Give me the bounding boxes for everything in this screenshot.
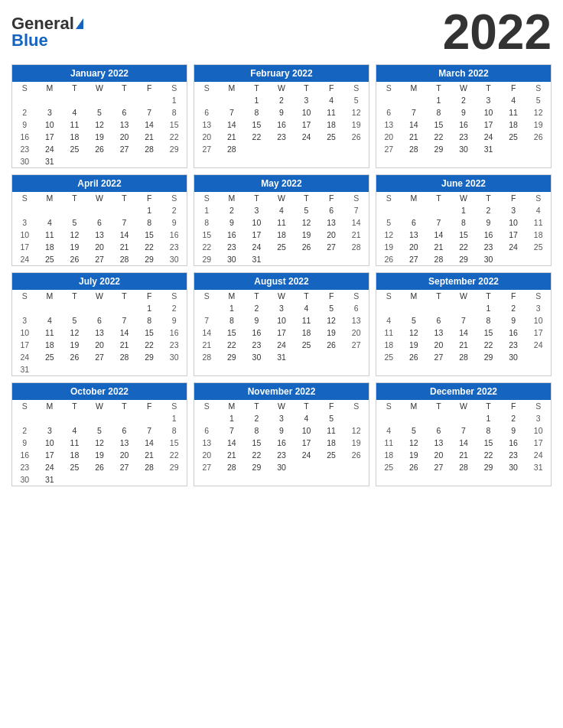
- day-header: F: [319, 82, 344, 94]
- day-cell: 9: [161, 314, 187, 327]
- day-header: T: [244, 192, 269, 204]
- day-cell: 20: [194, 131, 220, 143]
- day-cell: [194, 302, 220, 314]
- day-header: F: [501, 82, 526, 94]
- day-cell: 16: [269, 119, 295, 131]
- day-cell: [87, 204, 112, 216]
- logo-blue-text: Blue: [11, 32, 48, 49]
- day-header: S: [376, 290, 402, 302]
- day-cell: 25: [269, 241, 295, 253]
- day-header: M: [220, 192, 245, 204]
- month-table: SMTWTFS123456789101112131415161718192021…: [194, 400, 369, 473]
- day-cell: 26: [343, 449, 369, 461]
- day-cell: 18: [526, 229, 551, 241]
- day-cell: 19: [294, 229, 319, 241]
- month-header: August 2022: [194, 273, 369, 290]
- day-cell: 3: [244, 204, 269, 216]
- day-cell: 28: [194, 351, 220, 363]
- day-header: S: [12, 290, 37, 302]
- day-cell: [526, 351, 551, 363]
- month-header: November 2022: [194, 383, 369, 400]
- day-cell: 5: [62, 314, 87, 327]
- day-cell: 24: [526, 339, 551, 351]
- day-cell: [426, 412, 451, 424]
- day-cell: 11: [62, 119, 87, 131]
- day-cell: 21: [402, 131, 427, 143]
- day-header: S: [194, 290, 220, 302]
- day-cell: 26: [87, 461, 112, 473]
- day-cell: [220, 94, 245, 106]
- day-header: S: [161, 192, 187, 204]
- month-table: SMTWTFS123456789101112131415161718192021…: [376, 400, 551, 473]
- day-cell: 22: [476, 339, 501, 351]
- day-cell: 29: [194, 253, 220, 265]
- day-cell: 8: [476, 424, 501, 437]
- day-cell: 12: [87, 437, 112, 449]
- day-cell: 29: [220, 351, 245, 363]
- day-cell: 11: [37, 229, 63, 241]
- day-cell: 26: [402, 461, 427, 473]
- day-cell: 6: [87, 216, 112, 229]
- day-cell: 7: [426, 216, 451, 229]
- day-cell: 25: [319, 449, 344, 461]
- day-header: T: [426, 192, 451, 204]
- day-cell: 17: [12, 241, 37, 253]
- day-cell: [501, 143, 526, 155]
- month-table: SMTWTFS123456789101112131415161718192021…: [12, 290, 187, 375]
- day-cell: [37, 94, 63, 106]
- day-header: T: [294, 400, 319, 412]
- day-cell: 18: [37, 241, 63, 253]
- day-cell: [112, 94, 137, 106]
- day-cell: 5: [402, 314, 427, 327]
- day-cell: 14: [137, 437, 162, 449]
- day-cell: 30: [220, 253, 245, 265]
- day-cell: 13: [343, 314, 369, 327]
- day-cell: 29: [476, 461, 501, 473]
- day-cell: [37, 363, 63, 375]
- day-cell: 4: [37, 314, 63, 327]
- day-cell: 15: [137, 229, 162, 241]
- day-cell: 17: [294, 119, 319, 131]
- day-header: F: [319, 290, 344, 302]
- day-cell: 10: [244, 216, 269, 229]
- month-block: October 2022SMTWTFS123456789101112131415…: [11, 382, 187, 486]
- day-cell: 22: [426, 131, 451, 143]
- day-header: S: [161, 290, 187, 302]
- day-cell: 2: [269, 94, 295, 106]
- day-cell: 2: [220, 204, 245, 216]
- day-cell: [12, 302, 37, 314]
- day-cell: 1: [161, 94, 187, 106]
- day-cell: 18: [501, 119, 526, 131]
- day-cell: 12: [376, 229, 402, 241]
- day-cell: 7: [220, 106, 245, 119]
- day-cell: 3: [294, 94, 319, 106]
- day-header: T: [112, 290, 137, 302]
- day-header: T: [476, 192, 501, 204]
- month-table: SMTWTFS123456789101112131415161718192021…: [12, 192, 187, 265]
- day-cell: 1: [194, 204, 220, 216]
- day-cell: 19: [343, 119, 369, 131]
- day-cell: 4: [376, 314, 402, 327]
- day-cell: 3: [12, 216, 37, 229]
- day-cell: 12: [343, 106, 369, 119]
- day-header: T: [294, 82, 319, 94]
- day-cell: 9: [269, 106, 295, 119]
- month-block: February 2022SMTWTFS12345678910111213141…: [194, 64, 369, 168]
- day-cell: 3: [476, 94, 501, 106]
- day-cell: [12, 412, 37, 424]
- day-cell: 8: [244, 106, 269, 119]
- day-header: T: [62, 192, 87, 204]
- day-cell: 15: [194, 229, 220, 241]
- day-cell: 23: [501, 339, 526, 351]
- day-header: S: [376, 192, 402, 204]
- day-cell: [112, 363, 137, 375]
- day-cell: 11: [376, 327, 402, 339]
- day-cell: [319, 143, 344, 155]
- day-cell: 13: [194, 119, 220, 131]
- day-cell: 8: [244, 424, 269, 437]
- day-cell: 26: [376, 253, 402, 265]
- day-cell: [426, 204, 451, 216]
- day-cell: 2: [476, 204, 501, 216]
- day-cell: 9: [12, 437, 37, 449]
- day-cell: 6: [376, 106, 402, 119]
